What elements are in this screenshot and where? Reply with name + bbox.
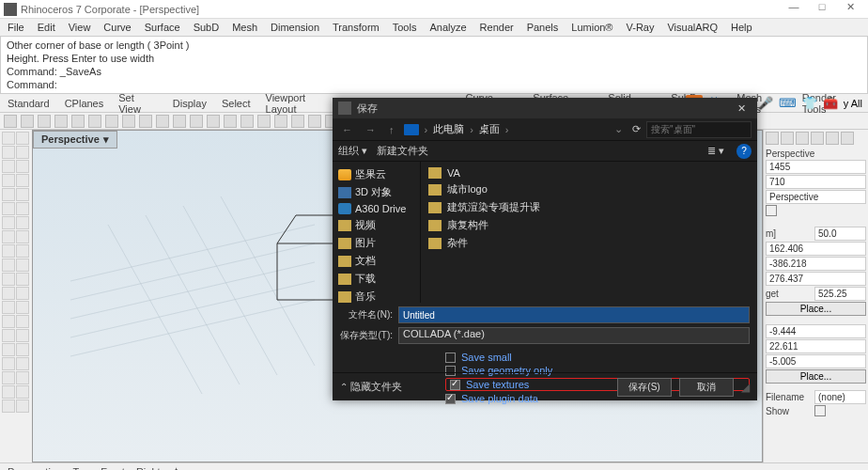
tree-music[interactable]: 音乐 <box>334 288 418 303</box>
tool-icon[interactable] <box>2 160 15 173</box>
command-area[interactable]: Other corner of base or length ( 3Point … <box>0 36 868 94</box>
tool-icon[interactable] <box>54 115 68 128</box>
tool-icon[interactable] <box>16 357 29 370</box>
menu-transform[interactable]: Transform <box>329 21 383 34</box>
menu-panels[interactable]: Panels <box>523 21 563 34</box>
tool-icon[interactable] <box>2 400 15 413</box>
rp-ty[interactable]: 22.611 <box>766 339 866 353</box>
tool-icon[interactable] <box>16 315 29 328</box>
tool-icon[interactable] <box>156 115 169 128</box>
tool-icon[interactable] <box>16 258 29 272</box>
nav-up-button[interactable]: ↑ <box>385 124 398 135</box>
nav-forward-button[interactable]: → <box>362 124 380 135</box>
menu-curve[interactable]: Curve <box>100 21 134 34</box>
list-item[interactable]: VA <box>426 165 752 180</box>
tree-documents[interactable]: 文档 <box>334 252 418 270</box>
cancel-button[interactable]: 取消 <box>679 378 734 397</box>
rp-val2[interactable]: 710 <box>766 175 866 189</box>
list-item[interactable]: 建筑渲染专项提升课 <box>426 198 752 216</box>
history-dropdown[interactable]: ⌄ <box>611 123 627 135</box>
tool-icon[interactable] <box>16 273 29 286</box>
tool-icon[interactable] <box>16 132 29 145</box>
filetype-select[interactable]: COLLADA (*.dae) <box>398 327 750 344</box>
menu-render[interactable]: Render <box>476 21 518 34</box>
vtab-top[interactable]: Top <box>72 466 89 471</box>
panel-icon[interactable] <box>826 132 839 145</box>
tool-icon[interactable] <box>122 115 135 128</box>
tool-icon[interactable] <box>16 244 29 258</box>
dialog-close-button[interactable]: ✕ <box>732 102 752 115</box>
tool-icon[interactable] <box>16 216 29 229</box>
ime-toolbox-icon[interactable]: 🧰 <box>823 96 838 110</box>
tool-icon[interactable] <box>257 115 271 128</box>
tool-icon[interactable] <box>2 216 15 229</box>
panel-icon[interactable] <box>766 132 779 145</box>
rp-val1[interactable]: 1455 <box>766 160 866 174</box>
tool-icon[interactable] <box>16 371 29 384</box>
tree-jianguoyun[interactable]: 坚果云 <box>334 165 418 183</box>
tool-icon[interactable] <box>16 160 29 173</box>
vtab-perspective[interactable]: Perspective <box>8 466 61 471</box>
tool-icon[interactable] <box>2 258 15 272</box>
menu-view[interactable]: View <box>65 21 95 34</box>
search-input[interactable] <box>646 121 752 138</box>
panel-icon[interactable] <box>841 132 854 145</box>
view-mode-button[interactable]: ≣ ▾ <box>705 145 727 157</box>
tool-icon[interactable] <box>71 115 85 128</box>
file-list[interactable]: VA 城市logo 建筑渲染专项提升课 康复构件 杂件 <box>421 162 757 303</box>
menu-help[interactable]: Help <box>727 21 756 34</box>
tool-icon[interactable] <box>16 230 29 243</box>
tool-icon[interactable] <box>16 301 29 314</box>
tool-icon[interactable] <box>21 115 34 128</box>
menu-edit[interactable]: Edit <box>34 21 59 34</box>
menu-lumion[interactable]: Lumion® <box>567 21 616 34</box>
tool-icon[interactable] <box>16 174 29 187</box>
maximize-button[interactable]: □ <box>808 1 836 18</box>
pc-icon[interactable] <box>404 124 419 135</box>
resize-grip-icon[interactable]: ◢ <box>741 381 750 394</box>
tool-icon[interactable] <box>240 115 254 128</box>
tool-icon[interactable] <box>2 174 15 187</box>
rp-y[interactable]: -386.218 <box>766 257 866 271</box>
newfolder-button[interactable]: 新建文件夹 <box>377 144 428 158</box>
tool-icon[interactable] <box>2 146 15 159</box>
menu-tools[interactable]: Tools <box>389 21 421 34</box>
tab-display[interactable]: Display <box>165 96 214 111</box>
panel-icon[interactable] <box>781 132 794 145</box>
refresh-button[interactable]: ⟳ <box>632 123 641 135</box>
tab-cplanes[interactable]: CPlanes <box>57 96 112 111</box>
vtab-right[interactable]: Right <box>136 466 161 471</box>
tool-icon[interactable] <box>16 188 29 201</box>
menu-mesh[interactable]: Mesh <box>228 21 261 34</box>
menu-surface[interactable]: Surface <box>141 21 184 34</box>
list-item[interactable]: 康复构件 <box>426 216 752 234</box>
tool-icon[interactable] <box>16 343 29 356</box>
vtab-front[interactable]: Front <box>101 466 125 471</box>
ime-skin-icon[interactable]: 👕 <box>802 96 817 110</box>
panel-icon[interactable] <box>811 132 824 145</box>
tool-icon[interactable] <box>173 115 186 128</box>
tool-icon[interactable] <box>16 287 29 300</box>
vtab-add[interactable]: ✦ <box>172 465 180 470</box>
viewport-title[interactable]: Perspective <box>33 131 117 149</box>
tool-icon[interactable] <box>274 115 287 128</box>
menu-vray[interactable]: V-Ray <box>622 21 658 34</box>
tab-standard[interactable]: Standard <box>0 96 57 111</box>
tool-icon[interactable] <box>190 115 203 128</box>
hide-folders-button[interactable]: ⌃ 隐藏文件夹 <box>340 380 402 394</box>
tool-icon[interactable] <box>88 115 101 128</box>
tool-icon[interactable] <box>2 188 15 201</box>
tool-icon[interactable] <box>2 329 15 342</box>
tree-downloads[interactable]: 下载 <box>334 270 418 288</box>
tool-icon[interactable] <box>139 115 152 128</box>
tool-icon[interactable] <box>4 115 17 128</box>
tool-icon[interactable] <box>2 132 15 145</box>
save-button[interactable]: 保存(S) <box>617 378 672 397</box>
menu-visualarq[interactable]: VisualARQ <box>663 21 721 34</box>
minimize-button[interactable]: — <box>780 1 808 18</box>
tool-icon[interactable] <box>291 115 304 128</box>
tool-icon[interactable] <box>207 115 220 128</box>
list-item[interactable]: 杂件 <box>426 234 752 252</box>
organize-menu[interactable]: 组织 ▾ <box>338 144 367 158</box>
filename-input[interactable] <box>398 306 750 323</box>
